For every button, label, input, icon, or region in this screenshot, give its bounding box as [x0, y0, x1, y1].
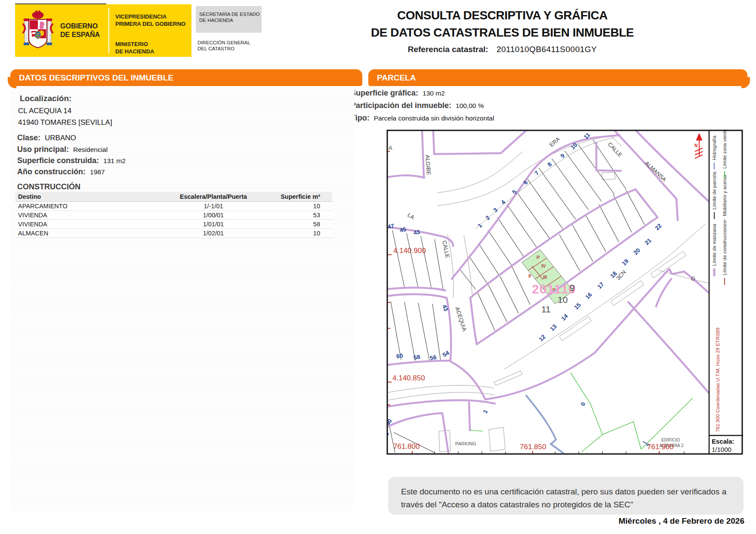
left-section-header: DATOS DESCRIPTIVOS DEL INMUEBLE [10, 69, 362, 86]
col-superficie: Superficie m² [262, 192, 332, 202]
svg-text:761.850: 761.850 [520, 443, 546, 451]
legend-hidrografia: Hidrografía [712, 136, 717, 160]
construction-table: Destino Escalera/Planta/Puerta Superfici… [15, 192, 332, 238]
ref-value: 2011010QB6411S0001GY [497, 45, 597, 54]
svg-text:11: 11 [541, 304, 551, 314]
spain-coat-of-arms-icon [15, 4, 60, 57]
svg-text:761.900: 761.900 [647, 443, 673, 451]
tipo-value: Parcela construida sin división horizont… [374, 114, 494, 122]
svg-text:9: 9 [570, 283, 575, 293]
cadastral-map: P IV II III P [386, 130, 744, 455]
table-row: VIVIENDA1/00/0153 [15, 211, 332, 220]
uso-value: Residencial [73, 146, 108, 154]
supg-label: Superficie gráfica: [351, 89, 418, 98]
legend-utm-note: 761.900 Coordenadas U.T.M. Huso 29 ETRS8… [715, 327, 720, 432]
label-edificio: EDIFICIO [661, 438, 680, 442]
localizacion-label: Localización: [20, 94, 71, 103]
svg-text:II: II [528, 273, 531, 278]
svg-text:60: 60 [396, 352, 403, 360]
direccion-catastro-label: DIRECCIÓN GENERAL DEL CATASTRO [197, 40, 250, 52]
secretaria-box: SECRETARÍA DE ESTADO DE HACIENDA [196, 6, 262, 33]
svg-text:4.140.850: 4.140.850 [392, 374, 425, 382]
scale-value: 1/1000 [712, 446, 731, 453]
legend-zona-verde: Límite zona verde [722, 130, 727, 169]
clase-value: URBANO [45, 134, 76, 142]
svg-text:4.140.900: 4.140.900 [393, 247, 426, 255]
part-label: Participación del inmueble: [351, 101, 451, 110]
svg-text:N: N [694, 143, 697, 148]
svg-text:10: 10 [558, 295, 568, 305]
construccion-title: CONSTRUCCIÓN [17, 182, 80, 191]
parcela-fields: Superficie gráfica: 130 m2 Participación… [351, 89, 652, 126]
anio-label: Año construcción: [17, 167, 86, 176]
svg-text:56: 56 [429, 354, 437, 361]
svg-text:58: 58 [413, 353, 421, 361]
svg-text:761.800: 761.800 [393, 442, 420, 451]
col-destino: Destino [15, 192, 164, 202]
right-section-header: PARCELA [368, 69, 747, 86]
label-a: A [389, 145, 392, 151]
cadastral-reference: Referencia catastral: 2011010QB6411S0001… [368, 45, 637, 54]
ref-label: Referencia catastral: [408, 45, 488, 54]
government-banner: GOBIERNO DE ESPAÑA VICEPRESIDENCIA PRIME… [15, 4, 191, 57]
legend-mobiliario: Mobiliario y aceras [722, 175, 727, 216]
table-row: APARCAMIENTO1/-1/0110 [15, 202, 332, 211]
superficie-label: Superficie construida: [17, 156, 99, 165]
gobierno-espana-label: GOBIERNO DE ESPAÑA [60, 4, 108, 57]
svg-text:P: P [537, 255, 540, 260]
legend-limite-manzana: Límite de manzana [712, 224, 717, 266]
table-row: VIVIENDA1/01/0158 [15, 220, 332, 229]
uso-label: Uso principal: [17, 145, 69, 154]
table-row: ALMACEN1/02/0110 [15, 229, 332, 238]
col-escalera: Escalera/Planta/Puerta [164, 192, 262, 202]
vicepresidencia-label: VICEPRESIDENCIA PRIMERA DEL GOBIERNO [115, 13, 191, 28]
document-date: Miércoles , 4 de Febrero de 2026 [430, 516, 744, 526]
document-title: CONSULTA DESCRIPTIVA Y GRÁFICA DE DATOS … [368, 7, 637, 41]
ministry-labels: VICEPRESIDENCIA PRIMERA DEL GOBIERNO MIN… [109, 4, 191, 57]
table-header-row: Destino Escalera/Planta/Puerta Superfici… [15, 192, 332, 202]
svg-text:III: III [543, 275, 547, 280]
disclaimer-text: Este documento no es una certificación c… [401, 487, 726, 509]
label-parking: PARKING [455, 441, 476, 446]
address-line1: CL ACEQUIA 14 [18, 107, 71, 115]
supg-value: 130 m2 [423, 90, 445, 97]
ministerio-label: MINISTERIO DE HACIENDA [115, 40, 191, 55]
svg-text:IV: IV [541, 263, 546, 269]
legend-limite-parcela: Límite de parcela [712, 171, 717, 210]
disclaimer-box: Este documento no es una certificación c… [388, 477, 744, 515]
svg-text:47: 47 [387, 222, 395, 230]
part-value: 100,00 % [456, 102, 484, 110]
anio-value: 1987 [90, 168, 105, 176]
address-line2: 41940 TOMARES [SEVILLA] [18, 118, 112, 127]
scale-label: Escala: [712, 438, 734, 445]
superficie-value: 131 m2 [103, 157, 126, 165]
property-data-panel: Localización: CL ACEQUIA 14 41940 TOMARE… [10, 86, 355, 512]
clase-label: Clase: [17, 133, 40, 142]
label-g: G [691, 275, 695, 282]
construction-table-body: APARCAMIENTO1/-1/0110VIVIENDA1/00/0153VI… [15, 202, 332, 238]
legend-limite-construcciones: Límite de construcciones [722, 221, 727, 275]
